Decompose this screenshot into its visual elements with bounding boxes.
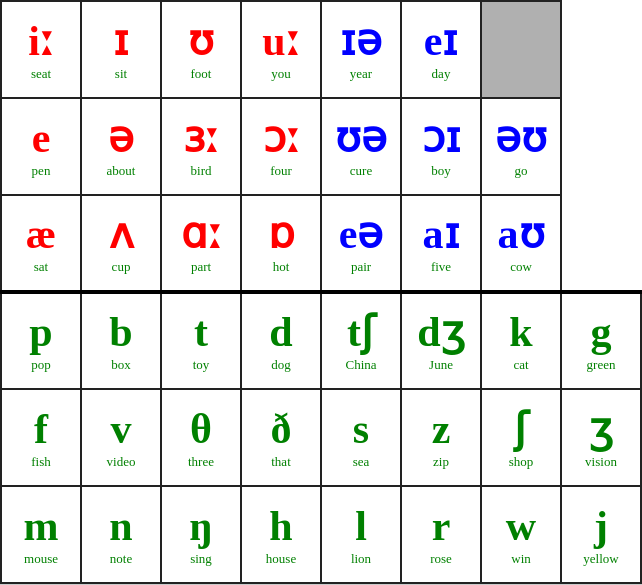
ipa-word: video	[107, 454, 136, 470]
ipa-word: sing	[190, 551, 212, 567]
ipa-cell: ttoy	[161, 292, 241, 389]
ipa-word: pop	[31, 357, 51, 373]
ipa-word: you	[271, 66, 291, 82]
ipa-cell: ssea	[321, 389, 401, 486]
ipa-word: note	[110, 551, 132, 567]
ipa-symbol: v	[111, 406, 132, 452]
ipa-word: house	[266, 551, 296, 567]
ipa-symbol: ʃ	[514, 406, 528, 452]
ipa-symbol: n	[109, 503, 132, 549]
ipa-cell: ɜːbird	[161, 98, 241, 195]
ipa-word: fish	[31, 454, 51, 470]
ipa-cell: jyellow	[561, 486, 641, 583]
ipa-symbol: s	[353, 406, 369, 452]
ipa-word: China	[345, 357, 376, 373]
ipa-cell: aɪfive	[401, 195, 481, 292]
ipa-symbol: ʌ	[109, 211, 134, 257]
ipa-cell	[481, 1, 561, 98]
ipa-symbol: m	[24, 503, 59, 549]
ipa-cell: hhouse	[241, 486, 321, 583]
ipa-word: cure	[350, 163, 372, 179]
ipa-cell: ggreen	[561, 292, 641, 389]
table-row: mmousennoteŋsinghhousellionrrosewwinjyel…	[1, 486, 641, 583]
ipa-cell: ŋsing	[161, 486, 241, 583]
ipa-word: box	[111, 357, 131, 373]
ipa-cell: ɪəyear	[321, 1, 401, 98]
ipa-word: foot	[191, 66, 212, 82]
ipa-cell: ʊəcure	[321, 98, 401, 195]
ipa-symbol: ð	[271, 406, 292, 452]
ipa-word: part	[191, 259, 211, 275]
ipa-word: rose	[430, 551, 452, 567]
ipa-symbol: j	[594, 503, 608, 549]
ipa-cell: eɪday	[401, 1, 481, 98]
ipa-symbol: ɜː	[183, 115, 219, 161]
ipa-word: sit	[115, 66, 127, 82]
ipa-word: seat	[31, 66, 51, 82]
table-row: ffishvvideoθthreeðthatsseazzipʃshopʒvisi…	[1, 389, 641, 486]
ipa-symbol: ʊə	[335, 115, 387, 161]
ipa-symbol: ə	[108, 115, 134, 161]
ipa-word: hot	[273, 259, 290, 275]
ipa-symbol: d	[269, 309, 292, 355]
ipa-cell: rrose	[401, 486, 481, 583]
ipa-symbol: ɪə	[340, 18, 382, 64]
ipa-cell: kcat	[481, 292, 561, 389]
table-row: iːseatɪsitʊfootuːyouɪəyeareɪday	[1, 1, 641, 98]
ipa-word: shop	[509, 454, 534, 470]
ipa-word: boy	[431, 163, 451, 179]
table-row: epenəaboutɜːbirdɔːfourʊəcureɔɪboyəʊgo	[1, 98, 641, 195]
ipa-symbol: iː	[28, 18, 54, 64]
ipa-symbol: ɒ	[268, 211, 295, 257]
ipa-cell: mmouse	[1, 486, 81, 583]
ipa-cell: ɑːpart	[161, 195, 241, 292]
ipa-symbol: r	[432, 503, 451, 549]
ipa-symbol: f	[34, 406, 48, 452]
ipa-cell: llion	[321, 486, 401, 583]
ipa-cell: əabout	[81, 98, 161, 195]
ipa-word: pair	[351, 259, 371, 275]
ipa-symbol: æ	[26, 211, 56, 257]
ipa-word: five	[431, 259, 451, 275]
ipa-symbol: h	[269, 503, 292, 549]
ipa-symbol: e	[32, 115, 51, 161]
ipa-symbol: p	[29, 309, 52, 355]
ipa-symbol: əʊ	[495, 115, 547, 161]
ipa-cell: bbox	[81, 292, 161, 389]
ipa-cell: əʊgo	[481, 98, 561, 195]
ipa-cell: eəpair	[321, 195, 401, 292]
ipa-word: day	[432, 66, 451, 82]
ipa-cell: ʌcup	[81, 195, 161, 292]
ipa-word: zip	[433, 454, 449, 470]
ipa-cell: iːseat	[1, 1, 81, 98]
ipa-word: bird	[191, 163, 212, 179]
ipa-cell: ʊfoot	[161, 1, 241, 98]
table-row: æsatʌcupɑːpartɒhoteəpairaɪfiveaʊcow	[1, 195, 641, 292]
ipa-cell: θthree	[161, 389, 241, 486]
ipa-word: about	[107, 163, 136, 179]
ipa-symbol: ʒ	[589, 406, 613, 452]
ipa-word: lion	[351, 551, 371, 567]
ipa-word: vision	[585, 454, 617, 470]
ipa-word: mouse	[24, 551, 58, 567]
ipa-symbol: t	[194, 309, 208, 355]
ipa-cell: ʃshop	[481, 389, 561, 486]
ipa-symbol: g	[591, 309, 612, 355]
ipa-symbol: eə	[339, 211, 384, 257]
ipa-word: green	[587, 357, 616, 373]
ipa-word: June	[429, 357, 453, 373]
ipa-word: cow	[510, 259, 532, 275]
ipa-word: yellow	[583, 551, 618, 567]
ipa-word: cup	[112, 259, 131, 275]
ipa-word: sat	[34, 259, 48, 275]
ipa-cell: zzip	[401, 389, 481, 486]
ipa-word: dog	[271, 357, 291, 373]
ipa-word: four	[270, 163, 292, 179]
ipa-cell: dʒJune	[401, 292, 481, 389]
ipa-symbol: ɪ	[113, 18, 129, 64]
ipa-symbol: b	[109, 309, 132, 355]
ipa-cell: ʒvision	[561, 389, 641, 486]
ipa-cell: æsat	[1, 195, 81, 292]
ipa-cell: ddog	[241, 292, 321, 389]
ipa-cell: ɔɪboy	[401, 98, 481, 195]
